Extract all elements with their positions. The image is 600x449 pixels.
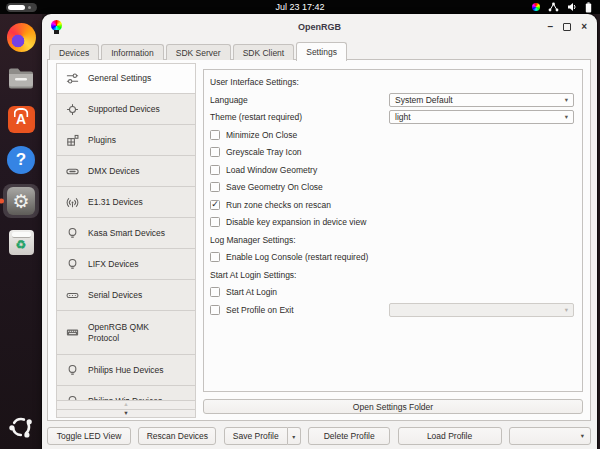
save-geometry-on-close-checkbox[interactable] (210, 182, 220, 192)
checkbox-label: Run zone checks on rescan (226, 200, 331, 210)
sidebar-item-serial-devices[interactable]: Serial Devices (56, 280, 196, 311)
settings-row-language: LanguageSystem Default▾ (210, 93, 576, 107)
system-tray[interactable] (532, 0, 592, 14)
load-profile-button[interactable]: Load Profile (398, 427, 502, 445)
clock[interactable]: Jul 23 17:42 (275, 2, 324, 12)
save-profile-button[interactable]: Save Profile (224, 427, 288, 445)
enable-log-console-restart-required-checkbox[interactable] (210, 252, 220, 262)
profile-selector-dropdown[interactable]: ▾ (509, 427, 591, 445)
close-icon[interactable]: × (581, 22, 587, 32)
workspace-pill[interactable] (6, 3, 37, 12)
checkbox-label: Load Window Geometry (226, 165, 317, 175)
keyboard-icon (65, 325, 80, 340)
settings-row-log-manager-settings: Log Manager Settings: (210, 233, 576, 247)
section-header: Log Manager Settings: (210, 235, 296, 245)
tab-information[interactable]: Information (101, 44, 164, 60)
maximize-icon[interactable] (563, 23, 571, 31)
battery-icon (585, 2, 592, 13)
scroll-up-icon[interactable]: ▲ (56, 400, 196, 409)
checkbox-label: Start At Login (226, 287, 277, 297)
scroll-down-icon[interactable]: ▼ (56, 409, 196, 418)
trash-icon[interactable]: ♻ (3, 226, 39, 258)
checkmark-icon: ✓ (211, 200, 219, 209)
bulb-base (54, 30, 59, 34)
tab-settings[interactable]: Settings (296, 42, 347, 61)
openrgb-tray-icon[interactable] (532, 3, 540, 11)
settings-row-theme-restart-required: Theme (restart required)light▾ (210, 110, 576, 124)
combo-value: light (395, 112, 411, 122)
sidebar-item-general-settings[interactable]: General Settings (56, 63, 196, 94)
titlebar[interactable]: OpenRGB – × (42, 14, 597, 40)
sidebar-item-e1-31-devices[interactable]: E1.31 Devices (56, 187, 196, 218)
settings-row-minimize-on-close: Minimize On Close (210, 128, 576, 142)
sidebar-scroll-buttons: ▲ ▼ (56, 400, 196, 418)
combo-value: System Default (395, 95, 453, 105)
pill-icon (65, 164, 80, 179)
tab-devices[interactable]: Devices (49, 44, 99, 60)
sidebar-item-label: E1.31 Devices (88, 197, 143, 208)
sidebar-item-lifx-devices[interactable]: LIFX Devices (56, 249, 196, 280)
sidebar-item-label: DMX Devices (88, 166, 139, 177)
section-header: Start At Login Settings: (210, 270, 296, 280)
bulb-icon (65, 363, 80, 378)
trash-lid (12, 232, 31, 238)
checkbox-label: Greyscale Tray Icon (226, 147, 302, 157)
system-top-bar: Jul 23 17:42 (0, 0, 600, 14)
app-center-icon[interactable]: A (3, 103, 39, 135)
minimize-icon[interactable]: – (548, 22, 554, 32)
firefox-logo (7, 23, 36, 52)
settings-row-disable-key-expansion-in-device-view: Disable key expansion in device view (210, 215, 576, 229)
bottom-toolbar: Toggle LED ViewRescan DevicesSave Profil… (47, 427, 591, 445)
chip-icon (65, 102, 80, 117)
settings-row-user-interface-settings: User Interface Settings: (210, 75, 576, 89)
theme-restart-required-dropdown[interactable]: light▾ (389, 110, 574, 124)
sidebar-item-philips-hue-devices[interactable]: Philips Hue Devices (56, 355, 196, 386)
blocks-icon (65, 133, 80, 148)
tab-sdk-client[interactable]: SDK Client (233, 44, 295, 60)
open-settings-folder-button[interactable]: Open Settings Folder (203, 399, 583, 414)
field-label: Language (210, 95, 248, 105)
field-label: Theme (restart required) (210, 112, 302, 122)
sliders-icon (65, 71, 80, 86)
sidebar-item-plugins[interactable]: Plugins (56, 125, 196, 156)
start-at-login-checkbox[interactable] (210, 287, 220, 297)
minimize-on-close-checkbox[interactable] (210, 130, 220, 140)
gear-glyph: ⚙ (7, 187, 35, 215)
greyscale-tray-icon-checkbox[interactable] (210, 147, 220, 157)
disable-key-expansion-in-device-view-checkbox[interactable] (210, 217, 220, 227)
sidebar-item-label: OpenRGB QMK Protocol (88, 322, 162, 343)
checkbox-label: Set Profile on Exit (226, 305, 294, 315)
volume-icon (567, 2, 577, 12)
active-app-highlight: ⚙ (3, 184, 39, 218)
set-profile-on-exit-dropdown: ▾ (389, 303, 574, 317)
openrgb-bulb-icon (50, 20, 63, 35)
broadcast-icon (65, 195, 80, 210)
help-icon[interactable]: ? (3, 144, 39, 176)
delete-profile-button[interactable]: Delete Profile (308, 427, 390, 445)
set-profile-on-exit-checkbox[interactable] (210, 305, 220, 315)
settings-icon[interactable]: ⚙ (3, 185, 39, 217)
sidebar-item-openrgb-qmk-protocol[interactable]: OpenRGB QMK Protocol (56, 311, 196, 355)
network-icon (548, 2, 559, 12)
load-window-geometry-checkbox[interactable] (210, 165, 220, 175)
checkbox-label: Minimize On Close (226, 130, 297, 140)
app-center-bag: A (8, 106, 35, 133)
chevron-down-icon: ▾ (565, 306, 568, 314)
language-dropdown[interactable]: System Default▾ (389, 93, 574, 107)
rescan-devices-button[interactable]: Rescan Devices (138, 427, 216, 445)
section-header: User Interface Settings: (210, 77, 299, 87)
sidebar-item-dmx-devices[interactable]: DMX Devices (56, 156, 196, 187)
dock: A ? ⚙ ♻ (0, 14, 42, 449)
firefox-icon[interactable] (3, 21, 39, 53)
chevron-down-icon: ▾ (565, 96, 568, 104)
files-icon[interactable] (3, 62, 39, 94)
save-profile-dropdown-arrow[interactable]: ▾ (288, 427, 301, 445)
run-zone-checks-on-rescan-checkbox[interactable]: ✓ (210, 200, 220, 210)
settings-row-greyscale-tray-icon: Greyscale Tray Icon (210, 145, 576, 159)
sidebar-item-kasa-smart-devices[interactable]: Kasa Smart Devices (56, 218, 196, 249)
ubuntu-logo-icon[interactable] (3, 411, 39, 443)
toggle-led-view-button[interactable]: Toggle LED View (47, 427, 131, 445)
settings-row-set-profile-on-exit: Set Profile on Exit▾ (210, 303, 576, 317)
tab-sdk-server[interactable]: SDK Server (166, 44, 231, 60)
sidebar-item-supported-devices[interactable]: Supported Devices (56, 94, 196, 125)
